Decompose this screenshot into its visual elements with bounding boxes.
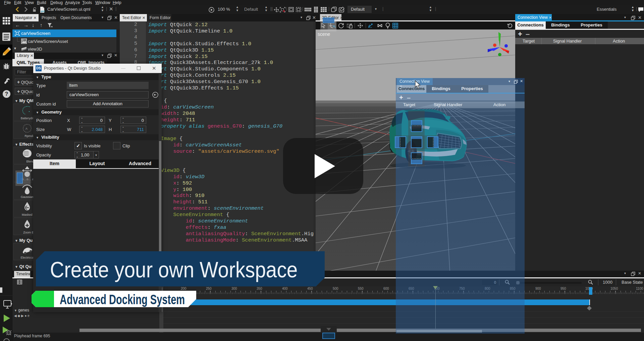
- svg-text:A: A: [25, 127, 28, 130]
- svg-text:qml: qml: [41, 10, 45, 13]
